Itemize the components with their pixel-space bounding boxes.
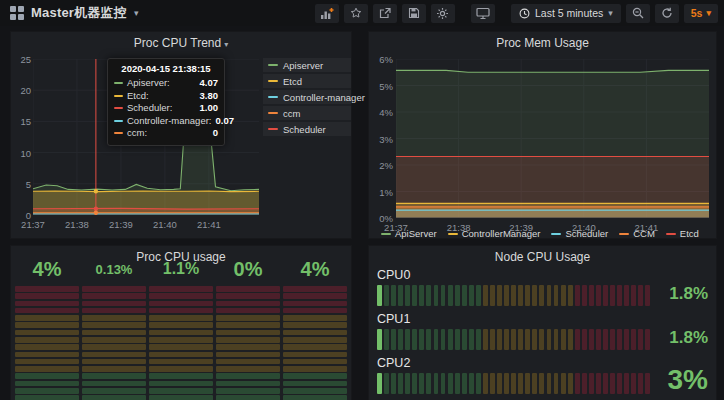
tooltip-series-name: Scheduler: bbox=[127, 102, 196, 115]
add-panel-icon bbox=[320, 7, 334, 20]
proc-cpu-bar-gauge bbox=[283, 286, 347, 400]
settings-button[interactable] bbox=[431, 4, 455, 23]
x-axis-tick: 21:40 bbox=[153, 219, 177, 230]
tooltip-series-row: Scheduler:1.00 bbox=[114, 102, 218, 115]
star-button[interactable] bbox=[344, 4, 368, 23]
navbar: Master机器监控 ▾ bbox=[0, 0, 724, 26]
panel-title-node-cpu-usage[interactable]: Node CPU Usage bbox=[369, 250, 716, 264]
refresh-interval-label: 5s bbox=[691, 7, 703, 19]
zoom-out-icon bbox=[632, 7, 644, 19]
y-axis-tick: 6% bbox=[373, 54, 393, 65]
cpu-bar-gauge bbox=[377, 373, 650, 394]
panel-proc-cpu-trend: Proc CPU Trend▾ 2520151050 21:3721:3821:… bbox=[10, 31, 352, 239]
tooltip-series-name: Apiserver: bbox=[127, 77, 196, 90]
cpu-row-cpu1: CPU11.8% bbox=[377, 312, 708, 350]
legend-item-scheduler[interactable]: Scheduler bbox=[263, 122, 351, 136]
tooltip-series-row: ccm:0 bbox=[114, 127, 218, 140]
y-axis-tick: 5 bbox=[11, 179, 31, 190]
series-color-dash-icon bbox=[268, 128, 278, 130]
trend-legend: ApiserverEtcdController-managerccmSchedu… bbox=[263, 58, 351, 136]
series-color-dash-icon bbox=[114, 120, 123, 122]
proc-cpu-value: 0% bbox=[216, 256, 280, 282]
cpu-row-cpu2: CPU23% bbox=[377, 356, 708, 394]
series-color-dash-icon bbox=[268, 80, 278, 82]
legend-label: Etcd bbox=[680, 228, 699, 239]
cpu-bar-gauge bbox=[377, 329, 650, 350]
x-axis-tick: 21:37 bbox=[21, 219, 45, 230]
tooltip-series-name: Etcd: bbox=[127, 90, 196, 103]
series-color-dash-icon bbox=[551, 233, 561, 235]
x-axis-tick: 21:38 bbox=[65, 219, 89, 230]
series-color-dash-icon bbox=[381, 233, 391, 235]
legend-item-etcd[interactable]: Etcd bbox=[666, 228, 699, 239]
dashboard-grid-icon[interactable] bbox=[10, 6, 24, 20]
save-icon bbox=[408, 7, 420, 19]
legend-item-ccm[interactable]: CCM bbox=[619, 228, 655, 239]
tooltip-series-name: ccm: bbox=[127, 127, 209, 140]
mem-legend: ApiServerControllerManagerSchedulerCCMEt… bbox=[381, 228, 699, 239]
save-button[interactable] bbox=[402, 4, 426, 23]
legend-item-apiserver[interactable]: ApiServer bbox=[381, 228, 437, 239]
cycle-view-button[interactable] bbox=[471, 4, 495, 23]
y-axis-tick: 2% bbox=[373, 160, 393, 171]
tooltip-series-row: Apiserver:4.07 bbox=[114, 77, 218, 90]
cpu-bar-gauge bbox=[377, 285, 650, 306]
proc-cpu-value: 4% bbox=[283, 256, 347, 282]
y-axis-tick: 15 bbox=[11, 116, 31, 127]
legend-item-etcd[interactable]: Etcd bbox=[263, 74, 351, 88]
panel-title-proc-mem-usage[interactable]: Proc Mem Usage bbox=[369, 36, 716, 50]
dashboard-title[interactable]: Master机器监控 bbox=[31, 4, 127, 22]
tooltip-series-value: 0.07 bbox=[215, 115, 234, 128]
chevron-down-icon: ▾ bbox=[706, 8, 711, 18]
cpu-label: CPU2 bbox=[377, 356, 708, 370]
zoom-out-button[interactable] bbox=[626, 4, 650, 23]
legend-item-controllermanager[interactable]: ControllerManager bbox=[448, 228, 541, 239]
proc-cpu-bar-gauge bbox=[15, 286, 79, 400]
legend-item-apiserver[interactable]: Apiserver bbox=[263, 58, 351, 72]
proc-cpu-bar-gauges bbox=[15, 286, 347, 400]
y-axis-tick: 1% bbox=[373, 187, 393, 198]
series-color-dash-icon bbox=[268, 64, 278, 66]
proc-cpu-bar-gauge bbox=[149, 286, 213, 400]
chevron-down-icon[interactable]: ▾ bbox=[134, 8, 139, 18]
cpu-label: CPU0 bbox=[377, 268, 708, 282]
x-axis-tick: 21:39 bbox=[109, 219, 133, 230]
cpu-label: CPU1 bbox=[377, 312, 708, 326]
series-color-dash-icon bbox=[114, 95, 123, 97]
cpu-value: 3% bbox=[668, 364, 708, 396]
legend-label: Scheduler bbox=[283, 124, 326, 135]
cpu-value: 1.8% bbox=[669, 328, 708, 348]
legend-label: ControllerManager bbox=[462, 228, 541, 239]
series-color-dash-icon bbox=[114, 82, 123, 84]
legend-item-ccm[interactable]: ccm bbox=[263, 106, 351, 120]
panel-proc-mem-usage: Proc Mem Usage 6%5%4%3%2%1%0% 21:3721:38… bbox=[368, 31, 717, 239]
panel-proc-cpu-usage: Proc CPU usage 4%0.13%1.1%0%4% bbox=[10, 245, 352, 400]
time-range-picker[interactable]: Last 5 minutes ▾ bbox=[511, 4, 621, 23]
share-button[interactable] bbox=[373, 4, 397, 23]
time-range-label: Last 5 minutes bbox=[535, 7, 603, 19]
series-color-dash-icon bbox=[666, 233, 676, 235]
legend-label: Controller-manager bbox=[283, 92, 365, 103]
series-color-dash-icon bbox=[114, 107, 123, 109]
tooltip-series-value: 4.07 bbox=[200, 77, 219, 90]
proc-cpu-value: 1.1% bbox=[149, 256, 213, 282]
refresh-interval-picker[interactable]: 5s ▾ bbox=[684, 4, 718, 23]
refresh-button[interactable] bbox=[655, 4, 679, 23]
chevron-down-icon: ▾ bbox=[224, 40, 228, 49]
proc-cpu-bar-gauge bbox=[82, 286, 146, 400]
series-color-dash-icon bbox=[619, 233, 629, 235]
tooltip-series-value: 0 bbox=[213, 127, 218, 140]
series-color-dash-icon bbox=[114, 132, 123, 134]
x-axis-tick: 21:41 bbox=[197, 219, 221, 230]
add-panel-button[interactable] bbox=[315, 4, 339, 23]
panel-title-proc-cpu-trend[interactable]: Proc CPU Trend▾ bbox=[11, 36, 351, 50]
tooltip-series-value: 3.80 bbox=[200, 90, 219, 103]
legend-label: Scheduler bbox=[565, 228, 608, 239]
star-icon bbox=[350, 7, 362, 19]
legend-item-controller-manager[interactable]: Controller-manager bbox=[263, 90, 351, 104]
tooltip-series-name: Controller-manager: bbox=[127, 115, 211, 128]
cpu-row-cpu0: CPU01.8% bbox=[377, 268, 708, 306]
cpu-value: 1.8% bbox=[669, 284, 708, 304]
proc-cpu-value: 0.13% bbox=[82, 256, 146, 282]
legend-item-scheduler[interactable]: Scheduler bbox=[551, 228, 608, 239]
